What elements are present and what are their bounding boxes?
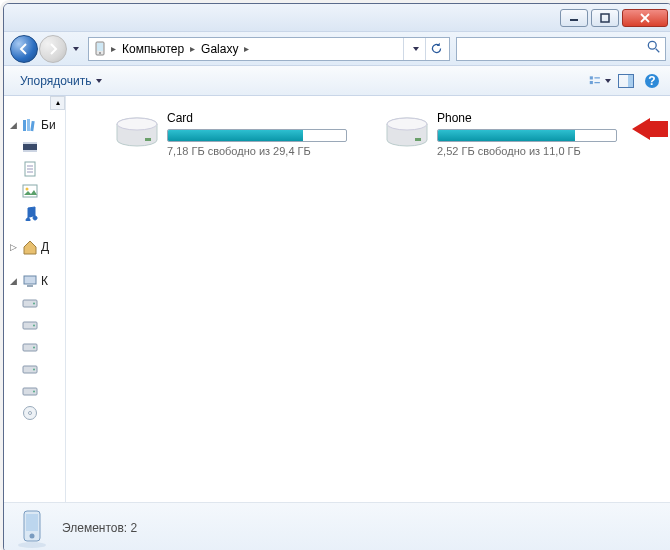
sidebar-item-cd[interactable]: [4, 402, 65, 424]
sidebar-scroll-up[interactable]: ▴: [50, 96, 65, 110]
svg-line-8: [656, 49, 660, 53]
drive-name: Card: [167, 111, 347, 129]
svg-rect-5: [97, 43, 103, 51]
sidebar-item-drive[interactable]: [4, 380, 65, 402]
svg-rect-17: [23, 120, 26, 131]
svg-point-6: [99, 52, 101, 54]
svg-point-51: [30, 533, 35, 538]
drive-free-text: 2,52 ГБ свободно из 11,0 ГБ: [437, 142, 617, 157]
sidebar-item-documents[interactable]: [4, 158, 65, 180]
svg-rect-30: [27, 285, 33, 287]
address-bar[interactable]: ▸ Компьютер ▸ Galaxy ▸: [88, 37, 450, 61]
content-area: Card 7,18 ГБ свободно из 29,4 ГБ Phone 2…: [66, 96, 670, 502]
crumb-sep-2[interactable]: ▸: [242, 43, 251, 54]
explorer-window: ▸ Компьютер ▸ Galaxy ▸ Упорядочить: [3, 3, 670, 550]
drive-free-text: 7,18 ГБ свободно из 29,4 ГБ: [167, 142, 347, 157]
svg-point-32: [33, 303, 35, 305]
drive-icon: [22, 295, 38, 311]
capacity-fill: [168, 130, 303, 141]
picture-icon: [22, 183, 38, 199]
chevron-down-icon[interactable]: ◢: [10, 120, 19, 130]
nav-arrows: [10, 35, 82, 63]
svg-point-42: [29, 412, 32, 415]
sidebar-group-computer[interactable]: ◢ К: [4, 270, 65, 292]
svg-point-7: [648, 41, 656, 49]
drive-icon: [22, 317, 38, 333]
drive-item-phone[interactable]: Phone 2,52 ГБ свободно из 11,0 ГБ: [380, 106, 620, 162]
help-button[interactable]: ?: [640, 70, 664, 92]
forward-button[interactable]: [39, 35, 67, 63]
body: ▴ ◢ Би ▷ Д ◢: [4, 96, 670, 502]
drive-icon: [22, 339, 38, 355]
back-button[interactable]: [10, 35, 38, 63]
doc-icon: [22, 161, 38, 177]
svg-rect-48: [415, 138, 421, 141]
preview-pane-button[interactable]: [614, 70, 638, 92]
chevron-right-icon[interactable]: ▷: [10, 242, 19, 252]
history-dropdown[interactable]: [68, 39, 82, 59]
drive-info: Phone 2,52 ГБ свободно из 11,0 ГБ: [437, 111, 617, 157]
svg-rect-27: [23, 185, 37, 197]
crumb-galaxy[interactable]: Galaxy: [197, 42, 242, 56]
svg-point-44: [117, 118, 157, 130]
svg-rect-45: [145, 138, 151, 141]
svg-rect-9: [590, 76, 593, 79]
capacity-bar: [167, 129, 347, 142]
svg-rect-21: [23, 142, 37, 144]
organize-menu[interactable]: Упорядочить: [12, 70, 110, 92]
sidebar-group-home[interactable]: ▷ Д: [4, 236, 65, 258]
sidebar-label: К: [41, 274, 48, 288]
capacity-fill: [438, 130, 575, 141]
maximize-button[interactable]: [591, 9, 619, 27]
svg-point-38: [33, 369, 35, 371]
chevron-down-icon[interactable]: ◢: [10, 276, 19, 286]
computer-icon: [22, 273, 38, 289]
svg-rect-50: [26, 514, 38, 531]
refresh-button[interactable]: [425, 38, 447, 60]
svg-rect-19: [30, 121, 34, 131]
navbar: ▸ Компьютер ▸ Galaxy ▸: [4, 32, 670, 66]
address-dropdown[interactable]: [403, 38, 425, 60]
minimize-button[interactable]: [560, 9, 588, 27]
music-icon: [22, 205, 38, 221]
home-icon: [22, 239, 38, 255]
close-button[interactable]: [622, 9, 668, 27]
view-mode-button[interactable]: [588, 70, 612, 92]
svg-rect-1: [601, 14, 609, 22]
svg-rect-22: [23, 150, 37, 152]
svg-point-40: [33, 391, 35, 393]
library-icon: [22, 117, 38, 133]
crumb-root-sep[interactable]: ▸: [109, 43, 118, 54]
cd-icon: [22, 405, 38, 421]
svg-rect-29: [24, 276, 36, 284]
svg-point-28: [26, 188, 29, 191]
svg-text:?: ?: [648, 74, 655, 88]
svg-rect-14: [628, 75, 633, 87]
sidebar-group-libraries[interactable]: ◢ Би: [4, 114, 65, 136]
annotation-arrow-icon: [632, 118, 668, 143]
crumb-computer[interactable]: Компьютер: [118, 42, 188, 56]
status-count: Элементов: 2: [62, 521, 137, 535]
sidebar-label: Д: [41, 240, 49, 254]
sidebar-item-drive[interactable]: [4, 336, 65, 358]
device-icon: [91, 40, 109, 58]
svg-point-52: [18, 542, 46, 548]
sidebar-item-pictures[interactable]: [4, 180, 65, 202]
sidebar-item-drive[interactable]: [4, 292, 65, 314]
drive-item-card[interactable]: Card 7,18 ГБ свободно из 29,4 ГБ: [110, 106, 350, 162]
organize-label: Упорядочить: [20, 74, 91, 88]
search-icon[interactable]: [647, 40, 661, 57]
search-box[interactable]: [456, 37, 666, 61]
svg-rect-10: [590, 81, 593, 84]
sidebar-item-videos[interactable]: [4, 136, 65, 158]
sidebar-item-music[interactable]: [4, 202, 65, 224]
svg-point-47: [387, 118, 427, 130]
video-icon: [22, 139, 38, 155]
search-input[interactable]: [461, 42, 647, 56]
capacity-bar: [437, 129, 617, 142]
crumb-sep-1[interactable]: ▸: [188, 43, 197, 54]
drive-list: Card 7,18 ГБ свободно из 29,4 ГБ Phone 2…: [80, 106, 658, 162]
svg-point-36: [33, 347, 35, 349]
sidebar-item-drive[interactable]: [4, 358, 65, 380]
sidebar-item-drive[interactable]: [4, 314, 65, 336]
